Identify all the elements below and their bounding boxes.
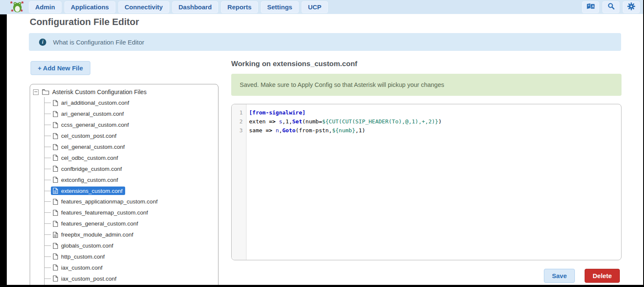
- tree-branch-line: [44, 212, 51, 213]
- tree-branch-line: [44, 103, 51, 103]
- code-line-2: exten => s,1,Set(numb=${CUT(CUT(SIP_HEAD…: [249, 117, 621, 126]
- main-content: Configuration File Editor i What is Conf…: [7, 14, 643, 285]
- info-banner[interactable]: i What is Configuration File Editor: [29, 33, 621, 51]
- tree-branch-line: [44, 267, 51, 268]
- nav-items: AdminApplicationsConnectivityDashboardRe…: [29, 1, 328, 13]
- tree-file-features_featuremap_custom.conf[interactable]: features_featuremap_custom.conf: [30, 207, 218, 218]
- tree-branch-line: [44, 245, 51, 246]
- file-icon: [53, 100, 58, 106]
- file-icon: [53, 165, 58, 172]
- add-new-file-button[interactable]: + Add New File: [31, 61, 90, 75]
- file-tree-items: ari_additional_custom.confari_general_cu…: [30, 98, 218, 285]
- delete-button[interactable]: Delete: [585, 269, 620, 283]
- tree-branch-line: [44, 234, 51, 235]
- file-name-label: globals_custom.conf: [61, 242, 113, 249]
- file-name-label: features_applicationmap_custom.conf: [61, 198, 157, 205]
- file-name-label: features_general_custom.conf: [61, 220, 138, 227]
- search-button[interactable]: [602, 1, 619, 13]
- file-text-icon: [53, 231, 58, 238]
- tree-file-ari_general_custom.conf[interactable]: ari_general_custom.conf: [30, 109, 218, 120]
- tree-file-cel_general_custom.conf[interactable]: cel_general_custom.conf: [30, 142, 218, 153]
- file-name-label: ccss_general_custom.conf: [61, 122, 129, 128]
- svg-text:*: *: [11, 8, 14, 13]
- editor-action-buttons: Save Delete: [231, 269, 622, 282]
- working-on-heading: Working on extensions_custom.conf: [231, 60, 357, 68]
- nav-item-settings[interactable]: Settings: [261, 1, 299, 13]
- tree-file-ari_additional_custom.conf[interactable]: ari_additional_custom.conf: [30, 98, 218, 109]
- tree-branch-line: [44, 114, 51, 114]
- tree-branch-line: [44, 180, 51, 180]
- nav-item-reports[interactable]: Reports: [221, 1, 258, 13]
- file-name-label: iax_custom.conf: [61, 265, 103, 271]
- tree-root-node[interactable]: Asterisk Custom Configuration Files: [30, 86, 218, 98]
- tree-file-iax_custom.conf[interactable]: iax_custom.conf: [30, 262, 218, 273]
- file-icon: [53, 275, 58, 282]
- translate-button[interactable]: A: [582, 1, 599, 13]
- tree-branch-line: [44, 147, 51, 147]
- tree-branch-line: [44, 256, 51, 257]
- file-name-label: extconfig_custom.conf: [61, 177, 118, 183]
- nav-item-applications[interactable]: Applications: [64, 1, 115, 13]
- tree-file-cel_custom_post.conf[interactable]: cel_custom_post.conf: [30, 131, 218, 142]
- file-name-label: cel_custom_post.conf: [61, 133, 117, 139]
- tree-file-extensions_custom.conf[interactable]: extensions_custom.conf: [30, 185, 218, 196]
- file-icon: [53, 133, 58, 139]
- file-name-label: ari_additional_custom.conf: [61, 100, 129, 106]
- config-file-editor: 123 [from-signalwire]exten => s,1,Set(nu…: [231, 104, 622, 260]
- file-icon: [53, 198, 58, 205]
- translate-icon: A: [586, 3, 595, 11]
- file-icon: [53, 242, 58, 249]
- file-name-label: freepbx_module_admin.conf: [61, 231, 133, 238]
- tree-branch-line: [44, 191, 51, 191]
- tree-file-confbridge_custom.conf[interactable]: confbridge_custom.conf: [30, 163, 218, 174]
- tree-branch-line: [44, 279, 51, 279]
- folder-icon: [42, 89, 49, 95]
- file-icon: [53, 122, 58, 128]
- file-name-label: iax_custom_post.conf: [61, 276, 117, 282]
- tree-collapse-icon[interactable]: [33, 89, 39, 95]
- file-icon: [53, 264, 58, 271]
- search-icon: [608, 3, 615, 11]
- tree-file-extconfig_custom.conf[interactable]: extconfig_custom.conf: [30, 174, 218, 185]
- file-name-label: ari_general_custom.conf: [61, 111, 124, 117]
- gear-icon: [627, 2, 636, 12]
- tree-branch-line: [44, 136, 51, 136]
- tree-file-partial[interactable]: [30, 284, 218, 285]
- tree-file-ccss_general_custom.conf[interactable]: ccss_general_custom.conf: [30, 120, 218, 131]
- line-number: 2: [232, 117, 246, 126]
- settings-button[interactable]: [623, 1, 640, 13]
- nav-item-dashboard[interactable]: Dashboard: [172, 1, 218, 13]
- freepbx-logo[interactable]: * * * *: [10, 1, 25, 13]
- file-icon: [53, 220, 58, 227]
- svg-text:*: *: [10, 1, 13, 7]
- code-line-1: [from-signalwire]: [249, 108, 621, 117]
- info-banner-text: What is Configuration File Editor: [53, 39, 144, 46]
- file-icon: [53, 176, 58, 183]
- tree-root-label: Asterisk Custom Configuration Files: [52, 89, 147, 95]
- file-text-icon: [53, 187, 58, 194]
- nav-item-ucp[interactable]: UCP: [302, 1, 328, 13]
- info-icon: i: [39, 39, 46, 46]
- file-icon: [53, 144, 58, 150]
- tree-branch-line: [44, 223, 51, 224]
- file-name-label: http_custom.conf: [61, 254, 105, 260]
- file-icon: [53, 111, 58, 117]
- code-line-3: same => n,Goto(from-pstn,${numb},1): [249, 126, 621, 135]
- tree-file-cel_odbc_custom.conf[interactable]: cel_odbc_custom.conf: [30, 152, 218, 163]
- file-name-label: extensions_custom.conf: [61, 188, 123, 194]
- file-icon: [53, 209, 58, 216]
- navbar-right-icons: A: [582, 1, 640, 13]
- nav-item-connectivity[interactable]: Connectivity: [118, 1, 169, 13]
- nav-item-admin[interactable]: Admin: [29, 1, 62, 13]
- tree-file-iax_custom_post.conf[interactable]: iax_custom_post.conf: [30, 273, 218, 284]
- tree-file-features_general_custom.conf[interactable]: features_general_custom.conf: [30, 218, 218, 229]
- tree-file-globals_custom.conf[interactable]: globals_custom.conf: [30, 240, 218, 251]
- editor-code-area[interactable]: [from-signalwire]exten => s,1,Set(numb=$…: [246, 104, 621, 260]
- tree-file-features_applicationmap_custom.conf[interactable]: features_applicationmap_custom.conf: [30, 196, 218, 207]
- tree-file-http_custom.conf[interactable]: http_custom.conf: [30, 251, 218, 262]
- tree-file-freepbx_module_admin.conf[interactable]: freepbx_module_admin.conf: [30, 229, 218, 240]
- save-button[interactable]: Save: [544, 269, 575, 283]
- file-name-label: features_featuremap_custom.conf: [61, 209, 148, 216]
- file-name-label: confbridge_custom.conf: [61, 166, 122, 172]
- page-title: Configuration File Editor: [30, 17, 139, 28]
